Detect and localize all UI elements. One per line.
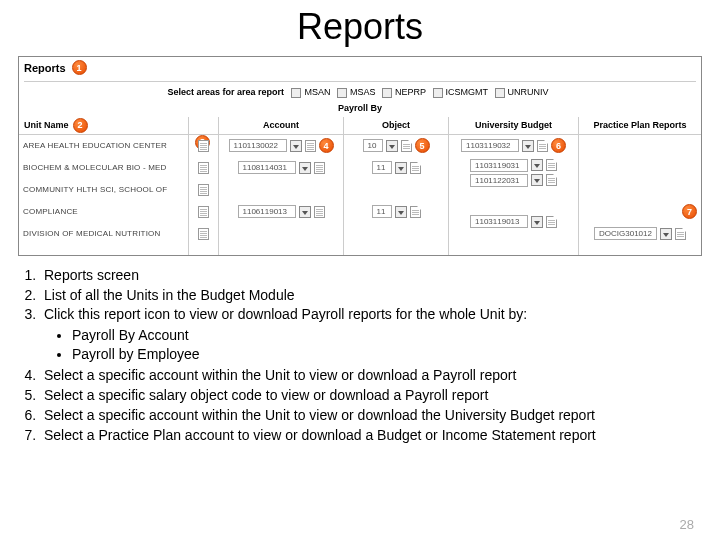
checkbox[interactable]	[495, 88, 505, 98]
table-row: COMPLIANCE	[19, 201, 188, 223]
report-icon[interactable]	[198, 206, 209, 218]
dropdown-icon[interactable]	[531, 216, 543, 228]
table-row	[449, 233, 578, 255]
table-row	[219, 179, 343, 201]
area-option[interactable]: ICSMGMT	[446, 87, 489, 97]
select-areas-row: Select areas for area report MSAN MSAS N…	[19, 85, 701, 101]
pdf-icon[interactable]	[546, 174, 557, 186]
univ-select[interactable]: 1103119013	[470, 215, 528, 228]
report-icon[interactable]	[198, 162, 209, 174]
col-head-text: Unit Name	[24, 120, 69, 130]
checkbox[interactable]	[337, 88, 347, 98]
unit-name: AREA HEALTH EDUCATION CENTER	[23, 141, 167, 150]
plan-select[interactable]: DOCIG301012	[594, 227, 657, 240]
account-select[interactable]: 1101130022	[229, 139, 287, 152]
unit-name: COMPLIANCE	[23, 207, 78, 216]
dropdown-icon[interactable]	[531, 159, 543, 171]
dropdown-icon[interactable]	[386, 140, 398, 152]
object-select[interactable]: 10	[363, 139, 383, 152]
univ-select[interactable]: 1103119031	[470, 159, 528, 172]
col-head-university: University Budget	[449, 117, 578, 135]
dropdown-icon[interactable]	[299, 206, 311, 218]
table-row: AREA HEALTH EDUCATION CENTER	[19, 135, 188, 157]
report-icon[interactable]	[198, 184, 209, 196]
table-row: 1106119013	[219, 201, 343, 223]
account-select[interactable]: 1108114031	[238, 161, 296, 174]
dropdown-icon[interactable]	[395, 162, 407, 174]
dropdown-icon[interactable]	[531, 174, 543, 186]
univ-select[interactable]: 1101122031	[470, 174, 528, 187]
column-payroll-icons: 3	[189, 117, 219, 255]
table-row: 7	[579, 201, 701, 223]
reports-text: Reports	[24, 62, 66, 74]
univ-select[interactable]: 1103119032	[461, 139, 519, 152]
report-icon[interactable]	[198, 228, 209, 240]
pdf-icon[interactable]	[675, 228, 686, 240]
col-head-spacer: 3	[189, 117, 218, 135]
annotation-6: 6	[551, 138, 566, 153]
table-row: 1103119032 6	[449, 135, 578, 157]
page-number: 28	[680, 517, 694, 532]
pdf-icon[interactable]	[546, 216, 557, 228]
annotation-2: 2	[73, 118, 88, 133]
table-row: COMMUNITY HLTH SCI, SCHOOL OF	[19, 179, 188, 201]
report-icon[interactable]	[198, 140, 209, 152]
column-practice-plan: Practice Plan Reports 7 DOCIG301012	[579, 117, 701, 255]
account-select[interactable]: 1106119013	[238, 205, 296, 218]
table-row: DIVISION OF MEDICAL NUTRITION	[19, 223, 188, 245]
slide-title: Reports	[0, 6, 720, 48]
list-item: Reports screen	[40, 266, 702, 285]
table-row: 1103119031 1101122031	[449, 157, 578, 189]
dropdown-icon[interactable]	[660, 228, 672, 240]
pdf-icon[interactable]	[546, 159, 557, 171]
table-row	[189, 157, 218, 179]
pdf-icon[interactable]	[410, 206, 421, 218]
table-row: 1101130022 4	[219, 135, 343, 157]
table-row	[344, 179, 448, 201]
col-head-unit: Unit Name 2	[19, 117, 188, 135]
pdf-icon[interactable]	[401, 140, 412, 152]
col-head-account: Account	[219, 117, 343, 135]
dropdown-icon[interactable]	[522, 140, 534, 152]
report-icon[interactable]	[314, 206, 325, 218]
dropdown-icon[interactable]	[299, 162, 311, 174]
annotation-5: 5	[415, 138, 430, 153]
list-item-text: Click this report icon to view or downlo…	[44, 306, 527, 322]
col-head-text: Account	[263, 120, 299, 130]
area-option[interactable]: UNRUNIV	[508, 87, 549, 97]
table-row: DOCIG301012	[579, 223, 701, 245]
area-option[interactable]: MSAN	[304, 87, 330, 97]
object-select[interactable]: 11	[372, 205, 392, 218]
checkbox[interactable]	[382, 88, 392, 98]
annotation-1: 1	[72, 60, 87, 75]
pdf-icon[interactable]	[537, 140, 548, 152]
payroll-by-label: Payroll By	[19, 101, 701, 117]
column-object: Object 10 5 11 11	[344, 117, 449, 255]
table-row: 11	[344, 157, 448, 179]
col-head-text: University Budget	[475, 120, 552, 130]
dropdown-icon[interactable]	[290, 140, 302, 152]
report-grid: Unit Name 2 AREA HEALTH EDUCATION CENTER…	[19, 117, 701, 255]
column-account: Account 1101130022 4 1108114031 11061190…	[219, 117, 344, 255]
divider	[24, 81, 696, 82]
report-icon[interactable]	[305, 140, 316, 152]
area-option[interactable]: NEPRP	[395, 87, 426, 97]
checkbox[interactable]	[291, 88, 301, 98]
list-item: Payroll By Account	[72, 326, 702, 345]
object-select[interactable]: 11	[372, 161, 392, 174]
table-row: 11	[344, 201, 448, 223]
instructions-list: Reports screen List of all the Units in …	[18, 266, 702, 445]
list-item: Payroll by Employee	[72, 345, 702, 364]
col-head-object: Object	[344, 117, 448, 135]
checkbox[interactable]	[433, 88, 443, 98]
table-row	[344, 223, 448, 245]
table-row	[579, 157, 701, 179]
table-row	[189, 201, 218, 223]
report-icon[interactable]	[314, 162, 325, 174]
pdf-icon[interactable]	[410, 162, 421, 174]
table-row: 10 5	[344, 135, 448, 157]
unit-name: COMMUNITY HLTH SCI, SCHOOL OF	[23, 185, 167, 194]
dropdown-icon[interactable]	[395, 206, 407, 218]
col-head-text: Practice Plan Reports	[593, 120, 686, 130]
area-option[interactable]: MSAS	[350, 87, 376, 97]
